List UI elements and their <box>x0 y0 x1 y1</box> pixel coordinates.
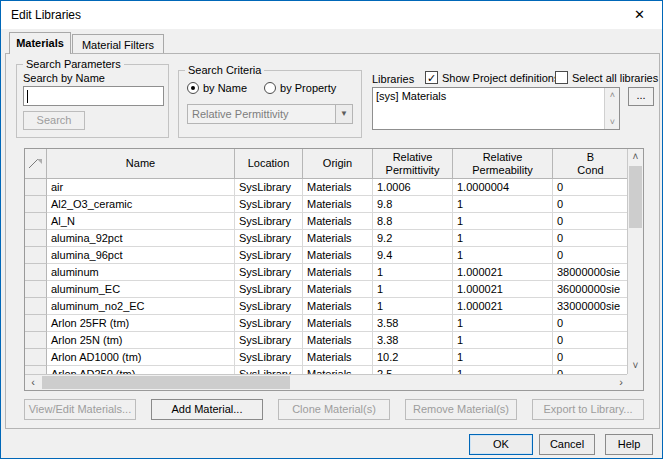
cell-location: SysLibrary <box>235 213 303 230</box>
column-header-location[interactable]: Location <box>235 149 303 178</box>
property-dropdown[interactable]: Relative Permittivity ▼ <box>187 104 353 124</box>
horizontal-scroll-thumb[interactable] <box>42 376 290 389</box>
radio-by-name-icon <box>187 82 199 94</box>
search-by-name-input[interactable] <box>23 86 164 106</box>
table-row[interactable]: Arlon AD1000 (tm)SysLibraryMaterials10.2… <box>25 349 628 366</box>
cell-location: SysLibrary <box>235 179 303 196</box>
table-vertical-scrollbar[interactable]: ˄ ˅ <box>627 149 643 374</box>
checkbox-unchecked-icon <box>555 71 568 84</box>
ok-button[interactable]: OK <box>469 434 533 455</box>
libraries-label: Libraries <box>372 73 414 85</box>
table-horizontal-scrollbar[interactable]: ‹ › <box>25 374 629 390</box>
row-selector[interactable] <box>25 332 47 349</box>
cell-rel-permeability: 1 <box>453 230 553 247</box>
scroll-left-icon[interactable]: ‹ <box>25 375 41 390</box>
library-list-item[interactable]: [sys] Materials <box>376 90 446 102</box>
search-criteria-group: Search Criteria by Name by Property Rela… <box>178 70 362 138</box>
cell-rel-permeability: 1 <box>453 213 553 230</box>
search-parameters-group: Search Parameters Search by Name Search <box>16 64 169 138</box>
materials-tab-panel: Search Parameters Search by Name Search … <box>5 53 660 429</box>
cancel-button[interactable]: Cancel <box>539 434 595 455</box>
scroll-down-icon[interactable]: ˅ <box>605 115 620 129</box>
browse-libraries-button[interactable]: ... <box>628 87 654 106</box>
search-button[interactable]: Search <box>23 111 85 130</box>
row-selector[interactable] <box>25 315 47 332</box>
help-button[interactable]: Help <box>605 434 653 455</box>
clone-material-button[interactable]: Clone Material(s) <box>278 399 390 420</box>
table-row[interactable]: Al2_O3_ceramicSysLibraryMaterials9.810 <box>25 196 628 213</box>
cell-name: Arlon 25N (tm) <box>47 332 235 349</box>
cell-origin: Materials <box>303 196 373 213</box>
property-dropdown-value: Relative Permittivity <box>192 108 289 120</box>
export-to-library-button[interactable]: Export to Library... <box>532 399 644 420</box>
column-header-relative-permittivity[interactable]: Relative Permittivity <box>373 149 453 178</box>
scrollbar-corner <box>627 374 643 390</box>
row-selector[interactable] <box>25 264 47 281</box>
radio-by-name[interactable]: by Name <box>187 82 247 94</box>
cell-bulk-conductivity: 0 <box>553 230 628 247</box>
header-bulk-line1: B <box>587 151 594 164</box>
remove-material-button[interactable]: Remove Material(s) <box>405 399 517 420</box>
cell-bulk-conductivity: 0 <box>553 349 628 366</box>
row-selector[interactable] <box>25 281 47 298</box>
scroll-down-icon[interactable]: ˅ <box>628 358 643 374</box>
show-project-definitions-checkbox[interactable]: ✓ Show Project definitions <box>425 71 559 84</box>
header-bulk-line2: Cond <box>577 164 603 177</box>
text-caret <box>27 90 28 103</box>
column-header-name[interactable]: Name <box>47 149 235 178</box>
add-material-button[interactable]: Add Material... <box>151 399 263 420</box>
cell-name: air <box>47 179 235 196</box>
table-row[interactable]: alumina_96pctSysLibraryMaterials9.410 <box>25 247 628 264</box>
table-row[interactable]: aluminum_no2_ECSysLibraryMaterials11.000… <box>25 298 628 315</box>
row-selector[interactable] <box>25 349 47 366</box>
table-row[interactable]: Arlon 25FR (tm)SysLibraryMaterials3.5810 <box>25 315 628 332</box>
row-selector[interactable] <box>25 298 47 315</box>
header-origin-label: Origin <box>323 157 352 170</box>
scroll-up-icon[interactable]: ˄ <box>628 149 643 165</box>
table-row[interactable]: Al_NSysLibraryMaterials8.810 <box>25 213 628 230</box>
view-edit-materials-button[interactable]: View/Edit Materials... <box>24 399 136 420</box>
table-row[interactable]: alumina_92pctSysLibraryMaterials9.210 <box>25 230 628 247</box>
search-parameters-label: Search Parameters <box>23 58 124 70</box>
row-selector[interactable] <box>25 179 47 196</box>
row-selector[interactable] <box>25 213 47 230</box>
listbox-scrollbar[interactable]: ˄ ˅ <box>604 88 619 129</box>
cell-location: SysLibrary <box>235 281 303 298</box>
header-rel-permeability-line1: Relative <box>483 151 523 164</box>
tab-materials[interactable]: Materials <box>9 32 71 54</box>
column-header-origin[interactable]: Origin <box>303 149 373 178</box>
cell-location: SysLibrary <box>235 196 303 213</box>
cell-origin: Materials <box>303 230 373 247</box>
header-rel-permittivity-line2: Permittivity <box>386 164 440 177</box>
tab-material-filters[interactable]: Material Filters <box>72 34 164 54</box>
radio-by-property[interactable]: by Property <box>264 82 336 94</box>
row-selector[interactable] <box>25 230 47 247</box>
select-all-libraries-checkbox[interactable]: Select all libraries <box>555 71 658 84</box>
sort-icon <box>28 158 43 169</box>
libraries-listbox[interactable]: [sys] Materials ˄ ˅ <box>372 87 620 130</box>
table-body: airSysLibraryMaterials1.00061.00000040Al… <box>25 179 628 375</box>
row-selector[interactable] <box>25 247 47 264</box>
sort-column-header[interactable] <box>25 149 47 178</box>
row-selector[interactable] <box>25 196 47 213</box>
cell-bulk-conductivity: 38000000sie <box>553 264 628 281</box>
checkbox-checked-icon: ✓ <box>425 71 438 84</box>
radio-by-property-label: by Property <box>280 82 336 94</box>
table-row[interactable]: aluminumSysLibraryMaterials11.0000213800… <box>25 264 628 281</box>
table-row[interactable]: aluminum_ECSysLibraryMaterials11.0000213… <box>25 281 628 298</box>
cell-rel-permittivity: 3.58 <box>373 315 453 332</box>
column-header-relative-permeability[interactable]: Relative Permeability <box>453 149 553 178</box>
cell-location: SysLibrary <box>235 349 303 366</box>
cell-rel-permeability: 1 <box>453 332 553 349</box>
cell-name: Arlon AD1000 (tm) <box>47 349 235 366</box>
close-button[interactable]: ✕ <box>617 1 662 29</box>
cell-origin: Materials <box>303 281 373 298</box>
cell-origin: Materials <box>303 332 373 349</box>
cell-rel-permeability: 1 <box>453 349 553 366</box>
cell-bulk-conductivity: 0 <box>553 213 628 230</box>
table-row[interactable]: Arlon 25N (tm)SysLibraryMaterials3.3810 <box>25 332 628 349</box>
table-row[interactable]: airSysLibraryMaterials1.00061.00000040 <box>25 179 628 196</box>
vertical-scroll-thumb[interactable] <box>629 166 642 228</box>
column-header-bulk-conductivity[interactable]: B Cond <box>553 149 628 178</box>
scroll-up-icon[interactable]: ˄ <box>605 88 620 102</box>
